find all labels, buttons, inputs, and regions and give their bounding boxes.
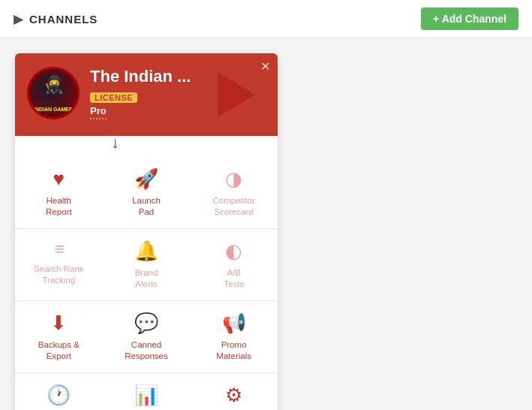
- menu-item-retention[interactable]: 🕐 RetentionAnanlyzer: [15, 372, 103, 410]
- megaphone-icon: 📢: [222, 312, 246, 335]
- channels-label: ▶ CHANNELS: [14, 12, 98, 26]
- rocket-icon: 🚀: [134, 167, 158, 191]
- avatar-ninja-icon: 🥷: [44, 75, 64, 95]
- brand-alerts-label: BrandAlerts: [135, 267, 158, 290]
- search-rank-label: Search RankTracking: [34, 264, 83, 286]
- clock-icon: 🕐: [47, 384, 71, 407]
- chat-icon: 💬: [134, 312, 158, 335]
- health-icon: ♥: [53, 167, 65, 191]
- promo-materials-label: PromoMaterials: [216, 339, 251, 362]
- channel-card: ✕ 🥷 INDIAN GAMER The Indian ... LICENSE …: [15, 53, 278, 410]
- competitor-scorecard-label: CompetitorScorecard: [213, 195, 255, 218]
- gear-icon: ⚙: [225, 384, 242, 407]
- circle-half-icon: ◐: [225, 240, 242, 263]
- top-bar: ▶ CHANNELS + Add Channel: [0, 0, 532, 38]
- menu-item-health-report[interactable]: ♥ HealthReport: [15, 157, 103, 228]
- menu-item-launch-pad[interactable]: 🚀 LaunchPad: [103, 157, 191, 228]
- bell-icon: 🔔: [134, 240, 158, 263]
- main-content: ✕ 🥷 INDIAN GAMER The Indian ... LICENSE …: [0, 38, 532, 410]
- add-channel-button[interactable]: + Add Channel: [421, 8, 518, 30]
- menu-item-backups[interactable]: ⬇ Backups &Export: [15, 300, 103, 372]
- ab-tests-label: A/BTests: [224, 267, 244, 290]
- avatar-inner: 🥷 INDIAN GAMER: [29, 69, 77, 117]
- license-type: Pro: [90, 105, 107, 119]
- close-button[interactable]: ✕: [260, 59, 270, 74]
- menu-item-brand-alerts[interactable]: 🔔 BrandAlerts: [103, 228, 191, 300]
- arrow-area: ↓: [15, 136, 278, 149]
- channels-text: CHANNELS: [29, 13, 98, 26]
- pie-chart-icon: ◑: [225, 167, 242, 191]
- download-icon: ⬇: [50, 312, 67, 335]
- menu-item-settings[interactable]: ⚙ Settings: [190, 372, 278, 410]
- menu-item-usage-statistics[interactable]: 📊 UsageStatistics: [103, 372, 191, 410]
- channel-name: The Indian ...: [90, 67, 191, 86]
- health-report-label: HealthReport: [46, 195, 72, 218]
- bar-chart-icon: 📊: [134, 384, 158, 407]
- menu-item-ab-tests[interactable]: ◐ A/BTests: [190, 228, 278, 300]
- menu-item-canned-responses[interactable]: 💬 CannedResponses: [103, 300, 191, 372]
- canned-responses-label: CannedResponses: [125, 339, 168, 362]
- license-badge: LICENSE: [90, 92, 137, 103]
- avatar: 🥷 INDIAN GAMER: [27, 67, 80, 119]
- arrow-down-icon: ↓: [111, 133, 119, 152]
- backups-label: Backups &Export: [38, 339, 80, 362]
- menu-grid: ♥ HealthReport 🚀 LaunchPad ◑ CompetitorS…: [15, 149, 278, 410]
- menu-item-promo-materials[interactable]: 📢 PromoMaterials: [190, 300, 278, 372]
- list-icon: ≡: [55, 240, 63, 259]
- menu-item-search-rank[interactable]: ≡ Search RankTracking: [15, 228, 103, 300]
- menu-item-competitor-scorecard[interactable]: ◑ CompetitorScorecard: [190, 157, 278, 228]
- play-icon: ▶: [14, 12, 23, 26]
- avatar-gamer-text: INDIAN GAMER: [29, 107, 77, 113]
- launch-pad-label: LaunchPad: [132, 195, 161, 218]
- channel-info: The Indian ... LICENSE Pro: [90, 67, 191, 119]
- card-header: ✕ 🥷 INDIAN GAMER The Indian ... LICENSE …: [15, 53, 278, 136]
